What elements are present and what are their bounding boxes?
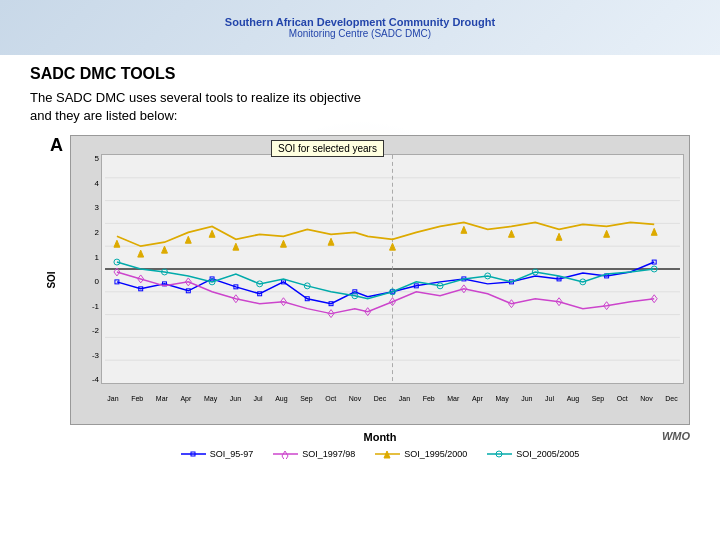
y-label-neg3: -3 xyxy=(92,351,99,360)
svg-marker-42 xyxy=(138,251,144,258)
legend-label-2: SOI_1997/98 xyxy=(302,449,355,459)
y-label-neg4: -4 xyxy=(92,375,99,384)
x-label-mar1: Mar xyxy=(156,395,168,402)
y-label-2: 2 xyxy=(95,228,99,237)
x-label-aug1: Aug xyxy=(275,395,287,402)
svg-marker-51 xyxy=(508,231,514,238)
x-label-sep2: Sep xyxy=(592,395,604,402)
x-label-nov1: Nov xyxy=(349,395,361,402)
chart-tooltip: SOI for selected years xyxy=(271,140,384,157)
month-label: Month xyxy=(364,431,397,443)
main-content: SADC DMC TOOLS The SADC DMC uses several… xyxy=(0,55,720,540)
legend-line-2 xyxy=(273,449,298,459)
y-label-neg1: -1 xyxy=(92,302,99,311)
x-label-mar2: Mar xyxy=(447,395,459,402)
svg-marker-48 xyxy=(328,239,334,246)
svg-marker-44 xyxy=(185,237,191,244)
section-letter: A xyxy=(50,135,63,156)
chart-footer: Month WMO xyxy=(70,427,690,445)
y-label-neg2: -2 xyxy=(92,326,99,335)
x-label-jan1: Jan xyxy=(107,395,118,402)
x-label-oct1: Oct xyxy=(325,395,336,402)
x-axis-labels: Jan Feb Mar Apr May Jun Jul Aug Sep Oct … xyxy=(101,395,684,402)
svg-marker-49 xyxy=(390,244,396,251)
legend-item-4: SOI_2005/2005 xyxy=(487,449,579,459)
legend-line-3 xyxy=(375,449,400,459)
x-label-nov2: Nov xyxy=(640,395,652,402)
legend-label-1: SOI_95-97 xyxy=(210,449,254,459)
y-label-4: 4 xyxy=(95,179,99,188)
svg-marker-46 xyxy=(233,244,239,251)
x-label-dec2: Dec xyxy=(665,395,677,402)
wmo-label: WMO xyxy=(662,430,690,442)
svg-marker-54 xyxy=(651,229,657,236)
x-label-jun2: Jun xyxy=(521,395,532,402)
legend-item-3: SOI_1995/2000 xyxy=(375,449,467,459)
chart-container: SOI for selected years 5 4 3 2 1 0 -1 -2… xyxy=(70,135,690,425)
x-label-dec1: Dec xyxy=(374,395,386,402)
y-label-1: 1 xyxy=(95,253,99,262)
svg-marker-41 xyxy=(114,241,120,248)
svg-marker-50 xyxy=(461,227,467,234)
legend-label-3: SOI_1995/2000 xyxy=(404,449,467,459)
chart-plot-area xyxy=(101,154,684,384)
y-axis-label: SOI xyxy=(46,272,57,289)
svg-marker-70 xyxy=(282,451,288,459)
banner-line1: Southern African Development Community D… xyxy=(225,16,495,28)
top-banner: Southern African Development Community D… xyxy=(0,0,720,55)
legend: SOI_95-97 SOI_1997/98 SOI_1995/2000 xyxy=(70,449,690,459)
x-label-apr2: Apr xyxy=(472,395,483,402)
svg-marker-52 xyxy=(556,234,562,241)
x-label-aug2: Aug xyxy=(567,395,579,402)
page-description: The SADC DMC uses several tools to reali… xyxy=(30,89,690,125)
x-label-jul2: Jul xyxy=(545,395,554,402)
legend-label-4: SOI_2005/2005 xyxy=(516,449,579,459)
x-label-oct2: Oct xyxy=(617,395,628,402)
description-line2: and they are listed below: xyxy=(30,108,177,123)
legend-item-1: SOI_95-97 xyxy=(181,449,254,459)
x-label-jun1: Jun xyxy=(230,395,241,402)
svg-marker-53 xyxy=(604,231,610,238)
x-label-sep1: Sep xyxy=(300,395,312,402)
legend-line-4 xyxy=(487,449,512,459)
x-label-apr1: Apr xyxy=(180,395,191,402)
legend-line-1 xyxy=(181,449,206,459)
x-label-feb2: Feb xyxy=(423,395,435,402)
x-label-may2: May xyxy=(495,395,508,402)
x-label-feb1: Feb xyxy=(131,395,143,402)
svg-marker-45 xyxy=(209,231,215,238)
y-axis-labels: 5 4 3 2 1 0 -1 -2 -3 -4 xyxy=(73,154,99,384)
x-label-jul1: Jul xyxy=(254,395,263,402)
chart-svg xyxy=(102,155,683,383)
page-title: SADC DMC TOOLS xyxy=(30,65,690,83)
legend-item-2: SOI_1997/98 xyxy=(273,449,355,459)
description-line1: The SADC DMC uses several tools to reali… xyxy=(30,90,361,105)
y-label-5: 5 xyxy=(95,154,99,163)
svg-marker-47 xyxy=(280,241,286,248)
svg-marker-43 xyxy=(162,247,168,254)
y-label-3: 3 xyxy=(95,203,99,212)
x-label-jan2: Jan xyxy=(399,395,410,402)
banner-line2: Monitoring Centre (SADC DMC) xyxy=(289,28,431,39)
x-label-may1: May xyxy=(204,395,217,402)
y-label-0: 0 xyxy=(95,277,99,286)
